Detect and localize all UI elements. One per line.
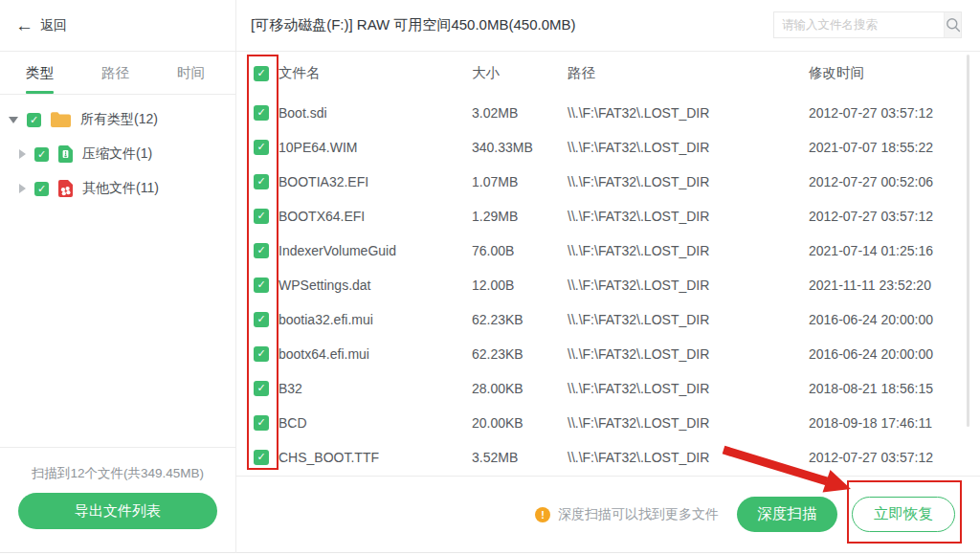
- row-checkbox[interactable]: [254, 140, 269, 155]
- select-all-checkbox[interactable]: [254, 66, 269, 81]
- tree-item-compressed[interactable]: 压缩文件(1): [0, 137, 235, 171]
- table-row[interactable]: CHS_BOOT.TTF 3.52MB \\.\F:\FAT32\.LOST_D…: [236, 440, 980, 475]
- sidebar-footer: 扫描到12个文件(共349.45MB) 导出文件列表: [0, 447, 235, 553]
- row-checkbox[interactable]: [254, 346, 269, 362]
- file-size: 20.00KB: [472, 415, 568, 431]
- file-path: \\.\F:\FAT32\.LOST_DIR: [568, 243, 809, 258]
- row-checkbox[interactable]: [254, 278, 269, 293]
- table-row[interactable]: B32 28.00KB \\.\F:\FAT32\.LOST_DIR 2018-…: [236, 371, 980, 406]
- file-path: \\.\F:\FAT32\.LOST_DIR: [568, 174, 809, 189]
- tree-item-label: 所有类型(12): [80, 111, 158, 128]
- vertical-scrollbar[interactable]: [967, 55, 969, 427]
- file-modified: 2012-07-27 03:57:12: [809, 450, 980, 465]
- file-modified: 2012-07-27 03:57:12: [809, 209, 980, 224]
- row-checkbox[interactable]: [254, 243, 269, 258]
- row-checkbox[interactable]: [254, 381, 269, 396]
- search-box: [773, 11, 962, 38]
- file-path: \\.\F:\FAT32\.LOST_DIR: [568, 381, 809, 396]
- back-label: 返回: [40, 17, 67, 34]
- file-size: 28.00KB: [472, 381, 568, 396]
- file-modified: 2018-09-18 17:46:11: [809, 415, 980, 431]
- drive-title: [可移动磁盘(F:)] RAW 可用空间450.0MB(450.0MB): [251, 16, 576, 34]
- file-name: BOOTIA32.EFI: [278, 174, 472, 189]
- row-checkbox[interactable]: [254, 209, 269, 224]
- back-bar: ← 返回: [0, 0, 235, 52]
- file-path: \\.\F:\FAT32\.LOST_DIR: [568, 105, 809, 121]
- tab-path[interactable]: 路径: [101, 52, 129, 94]
- caret-right-icon[interactable]: [19, 184, 26, 193]
- file-size: 76.00B: [472, 243, 568, 258]
- column-header-path: 路径: [568, 64, 809, 82]
- file-modified: 2012-07-27 03:57:12: [809, 105, 980, 121]
- search-icon: [946, 17, 961, 33]
- file-size: 340.33MB: [472, 140, 568, 155]
- warning-icon: !: [535, 507, 550, 522]
- file-size: 3.02MB: [472, 105, 568, 121]
- table-row[interactable]: WPSettings.dat 12.00B \\.\F:\FAT32\.LOST…: [236, 268, 980, 302]
- table-row[interactable]: 10PE64.WIM 340.33MB \\.\F:\FAT32\.LOST_D…: [236, 130, 980, 165]
- tree-item-all-types[interactable]: 所有类型(12): [0, 102, 235, 137]
- tree-item-other[interactable]: 其他文件(11): [0, 171, 235, 206]
- scan-summary: 扫描到12个文件(共349.45MB): [0, 465, 235, 482]
- file-recovery-window: ← 返回 类型 路径 时间 所有类型(12): [0, 0, 980, 553]
- file-modified: 2016-06-24 20:00:00: [809, 312, 980, 327]
- deep-scan-hint: 深度扫描可以找到更多文件: [558, 506, 719, 523]
- file-size: 3.52MB: [472, 450, 568, 465]
- file-name: WPSettings.dat: [278, 278, 472, 293]
- table-row[interactable]: bootx64.efi.mui 62.23KB \\.\F:\FAT32\.LO…: [236, 337, 980, 371]
- tree-checkbox[interactable]: [27, 113, 41, 127]
- caret-down-icon[interactable]: [9, 117, 18, 123]
- table-row[interactable]: BOOTX64.EFI 1.29MB \\.\F:\FAT32\.LOST_DI…: [236, 199, 980, 233]
- column-header-size: 大小: [472, 64, 568, 82]
- tree-item-label: 压缩文件(1): [82, 145, 152, 163]
- file-size: 1.29MB: [472, 209, 568, 224]
- file-path: \\.\F:\FAT32\.LOST_DIR: [568, 450, 809, 465]
- row-checkbox[interactable]: [254, 105, 269, 121]
- file-name: B32: [278, 381, 472, 396]
- file-type-tree: 所有类型(12) 压缩文件(1): [0, 95, 235, 447]
- main-panel: [可移动磁盘(F:)] RAW 可用空间450.0MB(450.0MB) 文件名…: [236, 0, 980, 552]
- file-size: 1.07MB: [472, 174, 568, 189]
- column-header-name: 文件名: [278, 64, 472, 82]
- tree-checkbox[interactable]: [34, 147, 49, 162]
- row-checkbox[interactable]: [254, 312, 269, 327]
- back-arrow-icon: ←: [15, 16, 33, 34]
- tab-type[interactable]: 类型: [26, 52, 54, 94]
- folder-icon: [50, 111, 72, 128]
- caret-right-icon[interactable]: [19, 149, 26, 159]
- title-bar: [可移动磁盘(F:)] RAW 可用空间450.0MB(450.0MB): [236, 0, 980, 52]
- table-row[interactable]: Boot.sdi 3.02MB \\.\F:\FAT32\.LOST_DIR 2…: [236, 96, 980, 130]
- file-modified: 2016-06-24 20:00:00: [809, 346, 980, 362]
- tree-checkbox[interactable]: [34, 182, 49, 196]
- file-path: \\.\F:\FAT32\.LOST_DIR: [568, 312, 809, 327]
- table-row[interactable]: BOOTIA32.EFI 1.07MB \\.\F:\FAT32\.LOST_D…: [236, 165, 980, 199]
- row-checkbox[interactable]: [254, 174, 269, 189]
- row-checkbox[interactable]: [254, 450, 269, 465]
- file-name: Boot.sdi: [278, 105, 472, 121]
- sidebar-tabs: 类型 路径 时间: [0, 52, 235, 95]
- file-path: \\.\F:\FAT32\.LOST_DIR: [568, 415, 809, 431]
- recover-now-button[interactable]: 立即恢复: [852, 497, 955, 532]
- table-row[interactable]: IndexerVolumeGuid 76.00B \\.\F:\FAT32\.L…: [236, 233, 980, 268]
- file-size: 12.00B: [472, 278, 568, 293]
- export-file-list-button[interactable]: 导出文件列表: [18, 493, 217, 529]
- file-size: 62.23KB: [472, 346, 568, 362]
- file-modified: 2021-11-11 23:52:20: [809, 278, 980, 293]
- file-name: bootx64.efi.mui: [278, 346, 472, 362]
- action-bar: ! 深度扫描可以找到更多文件 深度扫描 立即恢复: [236, 476, 980, 552]
- back-button[interactable]: ← 返回: [15, 16, 67, 34]
- table-header: 文件名 大小 路径 修改时间: [236, 52, 980, 96]
- file-path: \\.\F:\FAT32\.LOST_DIR: [568, 209, 809, 224]
- tab-time[interactable]: 时间: [177, 52, 205, 94]
- file-name: BOOTX64.EFI: [278, 209, 472, 224]
- deep-scan-button[interactable]: 深度扫描: [737, 497, 837, 532]
- file-modified: 2021-07-07 18:55:22: [809, 140, 980, 155]
- table-row[interactable]: bootia32.efi.mui 62.23KB \\.\F:\FAT32\.L…: [236, 302, 980, 337]
- file-modified: 2021-07-14 01:25:16: [809, 243, 980, 258]
- search-button[interactable]: [944, 12, 961, 37]
- table-row[interactable]: BCD 20.00KB \\.\F:\FAT32\.LOST_DIR 2018-…: [236, 406, 980, 440]
- file-name: bootia32.efi.mui: [278, 312, 472, 327]
- sidebar: ← 返回 类型 路径 时间 所有类型(12): [0, 0, 236, 553]
- search-input[interactable]: [774, 12, 944, 37]
- row-checkbox[interactable]: [254, 415, 269, 431]
